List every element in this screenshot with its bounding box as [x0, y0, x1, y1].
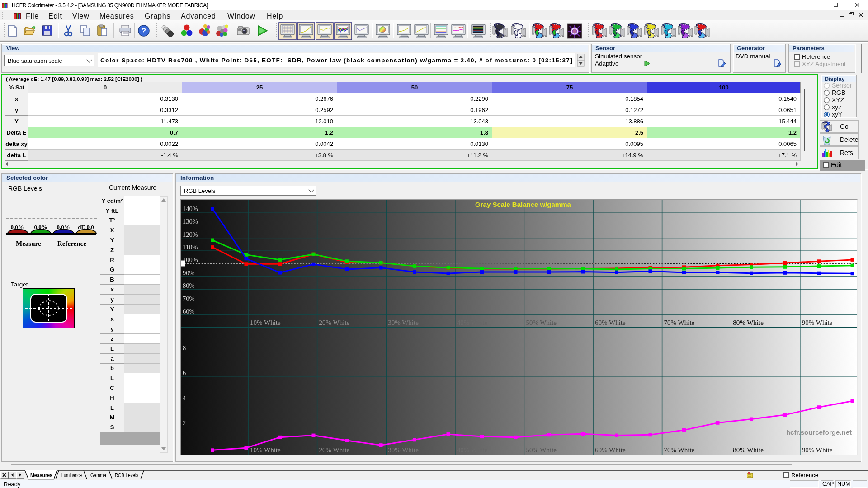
- svg-text:20% White: 20% White: [319, 319, 350, 326]
- svg-text:Gamma: Gamma: [90, 472, 106, 479]
- svg-text:70% White: 70% White: [664, 319, 695, 326]
- svg-text:90%: 90%: [183, 269, 195, 277]
- svg-text:40% White: 40% White: [457, 319, 488, 326]
- svg-text:40% White: 40% White: [457, 446, 488, 454]
- svg-text:2: 2: [183, 419, 186, 427]
- svg-text:80% White: 80% White: [733, 319, 764, 326]
- svg-text:60%: 60%: [183, 308, 195, 315]
- svg-text:60% White: 60% White: [595, 319, 626, 326]
- svg-text:120%: 120%: [183, 231, 198, 238]
- svg-text:50% White: 50% White: [526, 446, 557, 454]
- svg-text:60% White: 60% White: [595, 446, 626, 454]
- svg-text:hcfr.sourceforge.net: hcfr.sourceforge.net: [786, 428, 852, 436]
- svg-text:8: 8: [183, 344, 186, 352]
- svg-text:130%: 130%: [183, 218, 198, 225]
- svg-text:50% White: 50% White: [526, 319, 557, 326]
- svg-text:10% White: 10% White: [250, 319, 281, 326]
- svg-text:?: ?: [142, 27, 146, 35]
- svg-text:Measures: Measures: [30, 472, 52, 479]
- svg-text:10% White: 10% White: [250, 446, 281, 454]
- svg-text:4: 4: [183, 394, 186, 402]
- svg-text:70%: 70%: [183, 295, 195, 302]
- svg-text:140%: 140%: [183, 205, 198, 212]
- svg-text:110%: 110%: [183, 244, 198, 251]
- svg-text:Gray Scale Balance w/gamma: Gray Scale Balance w/gamma: [475, 201, 571, 208]
- svg-text:80%: 80%: [183, 282, 195, 289]
- svg-text:80% White: 80% White: [733, 446, 764, 454]
- svg-text:30% White: 30% White: [388, 446, 419, 454]
- svg-text:RGB Levels: RGB Levels: [115, 472, 138, 479]
- svg-text:90% White: 90% White: [802, 319, 833, 326]
- svg-text:20% White: 20% White: [319, 446, 350, 454]
- svg-text:90% White: 90% White: [802, 446, 833, 454]
- svg-text:30% White: 30% White: [388, 319, 419, 326]
- svg-text:Luminance: Luminance: [61, 472, 82, 479]
- svg-text:70% White: 70% White: [664, 446, 695, 454]
- svg-text:6: 6: [183, 369, 186, 376]
